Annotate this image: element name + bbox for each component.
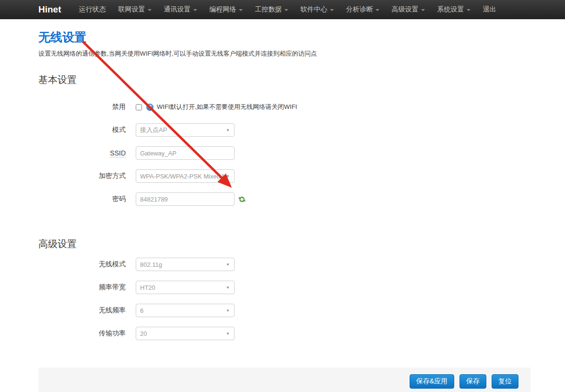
wireless-mode-select-value: 802.11g bbox=[140, 261, 224, 268]
chevron-down-icon bbox=[148, 9, 152, 11]
save-button[interactable]: 保存 bbox=[459, 374, 486, 389]
select-caret-icon: ▼ bbox=[226, 309, 230, 313]
chevron-down-icon bbox=[239, 9, 243, 11]
disable-hint-text: WIFI默认打开,如果不需要使用无线网络请关闭WIFI bbox=[157, 103, 297, 111]
chevron-down-icon bbox=[376, 9, 379, 11]
chevron-down-icon bbox=[284, 9, 288, 11]
generate-password-refresh-icon[interactable] bbox=[238, 196, 246, 203]
encryption-select[interactable]: WPA-PSK/WPA2-PSK Mixed Mode ▼ bbox=[136, 169, 235, 183]
chevron-down-icon bbox=[467, 9, 471, 11]
page-title: 无线设置 bbox=[38, 19, 530, 45]
form-row-channel: 无线频率 6 ▼ bbox=[38, 304, 530, 317]
nav-item-analysis-diagnosis[interactable]: 分析诊断 bbox=[346, 5, 379, 14]
channel-select-value: 6 bbox=[140, 307, 224, 314]
nav-item-label: 通讯设置 bbox=[164, 5, 191, 14]
chevron-down-icon bbox=[421, 9, 425, 11]
nav-item-label: 高级设置 bbox=[392, 5, 419, 14]
bandwidth-select[interactable]: HT20 ▼ bbox=[136, 281, 235, 294]
tx-power-select-value: 20 bbox=[140, 330, 224, 337]
nav-item-label: 软件中心 bbox=[301, 5, 328, 14]
bandwidth-select-value: HT20 bbox=[140, 284, 224, 291]
nav-item-running-status[interactable]: 运行状态 bbox=[79, 5, 106, 14]
form-row-password: 密码 bbox=[38, 192, 530, 206]
form-row-encryption: 加密方式 WPA-PSK/WPA2-PSK Mixed Mode ▼ bbox=[38, 169, 530, 183]
form-row-bandwidth: 频率带宽 HT20 ▼ bbox=[38, 281, 530, 294]
nav-item-logout[interactable]: 退出 bbox=[483, 5, 496, 14]
mode-select[interactable]: 接入点AP ▼ bbox=[136, 123, 235, 137]
main-content: 无线设置 设置无线网络的通信参数,当网关使用WIFI网络时,可以手动设置无线客户… bbox=[38, 19, 530, 392]
nav-item-system-settings[interactable]: 系统设置 bbox=[437, 5, 471, 14]
nav-item-label: 联网设置 bbox=[118, 5, 145, 14]
form-row-tx-power: 传输功率 20 ▼ bbox=[38, 327, 530, 340]
ssid-label: SSID bbox=[38, 149, 126, 157]
basic-settings-form: 禁用 ? WIFI默认打开,如果不需要使用无线网络请关闭WIFI 模式 接入点A… bbox=[38, 100, 530, 206]
channel-select[interactable]: 6 ▼ bbox=[136, 304, 235, 317]
nav-item-software-center[interactable]: 软件中心 bbox=[301, 5, 334, 14]
mode-label: 模式 bbox=[38, 126, 126, 134]
ssid-label-text: SSID bbox=[110, 149, 126, 157]
nav-item-label: 编程网络 bbox=[210, 5, 236, 14]
ssid-input[interactable] bbox=[136, 146, 235, 160]
nav-item-network-settings[interactable]: 联网设置 bbox=[118, 5, 152, 14]
section-heading-basic: 基本设置 bbox=[38, 73, 530, 86]
nav-item-advanced-settings[interactable]: 高级设置 bbox=[392, 5, 425, 14]
save-apply-button[interactable]: 保存&应用 bbox=[410, 374, 454, 389]
nav-item-label: 退出 bbox=[483, 5, 496, 14]
nav-item-label: 运行状态 bbox=[79, 5, 106, 14]
action-bar: 保存&应用 保存 复位 bbox=[38, 368, 530, 392]
nav-item-label: 系统设置 bbox=[437, 5, 464, 14]
select-caret-icon: ▼ bbox=[226, 286, 230, 290]
select-caret-icon: ▼ bbox=[226, 175, 230, 178]
select-caret-icon: ▼ bbox=[226, 129, 230, 132]
channel-label: 无线频率 bbox=[38, 306, 126, 315]
chevron-down-icon bbox=[330, 9, 334, 11]
nav-item-industrial-data[interactable]: 工控数据 bbox=[255, 5, 288, 14]
select-caret-icon: ▼ bbox=[226, 332, 230, 336]
nav-item-label: 工控数据 bbox=[255, 5, 282, 14]
chevron-down-icon bbox=[193, 9, 197, 11]
reset-button[interactable]: 复位 bbox=[492, 374, 518, 389]
help-icon[interactable]: ? bbox=[146, 104, 153, 111]
bandwidth-label: 频率带宽 bbox=[38, 283, 126, 292]
password-input[interactable] bbox=[136, 192, 235, 206]
disable-checkbox[interactable] bbox=[136, 104, 142, 110]
password-label: 密码 bbox=[38, 195, 126, 203]
nav-item-comm-settings[interactable]: 通讯设置 bbox=[164, 5, 197, 14]
nav-item-label: 分析诊断 bbox=[346, 5, 373, 14]
tx-power-label: 传输功率 bbox=[38, 329, 126, 338]
wireless-mode-select[interactable]: 802.11g ▼ bbox=[136, 258, 235, 271]
brand-logo[interactable]: Hinet bbox=[38, 4, 61, 15]
form-row-mode: 模式 接入点AP ▼ bbox=[38, 123, 530, 137]
top-navbar: Hinet 运行状态 联网设置 通讯设置 编程网络 工控数据 软件中心 分析诊断… bbox=[0, 0, 565, 19]
nav-item-programming-network[interactable]: 编程网络 bbox=[210, 5, 243, 14]
select-caret-icon: ▼ bbox=[226, 263, 230, 267]
encryption-select-value: WPA-PSK/WPA2-PSK Mixed Mode bbox=[140, 173, 224, 180]
form-row-disable: 禁用 ? WIFI默认打开,如果不需要使用无线网络请关闭WIFI bbox=[38, 100, 530, 114]
page-subtitle: 设置无线网络的通信参数,当网关使用WIFI网络时,可以手动设置无线客户端模式并连… bbox=[38, 49, 530, 58]
section-heading-advanced: 高级设置 bbox=[38, 238, 530, 250]
wireless-mode-label: 无线模式 bbox=[38, 260, 126, 269]
form-row-wireless-mode: 无线模式 802.11g ▼ bbox=[38, 258, 530, 271]
disable-label: 禁用 bbox=[38, 103, 126, 111]
tx-power-select[interactable]: 20 ▼ bbox=[136, 327, 235, 340]
encryption-label: 加密方式 bbox=[38, 172, 126, 180]
form-row-ssid: SSID bbox=[38, 146, 530, 160]
mode-select-value: 接入点AP bbox=[140, 126, 224, 134]
advanced-settings-form: 无线模式 802.11g ▼ 频率带宽 HT20 ▼ 无线频率 6 bbox=[38, 258, 530, 340]
